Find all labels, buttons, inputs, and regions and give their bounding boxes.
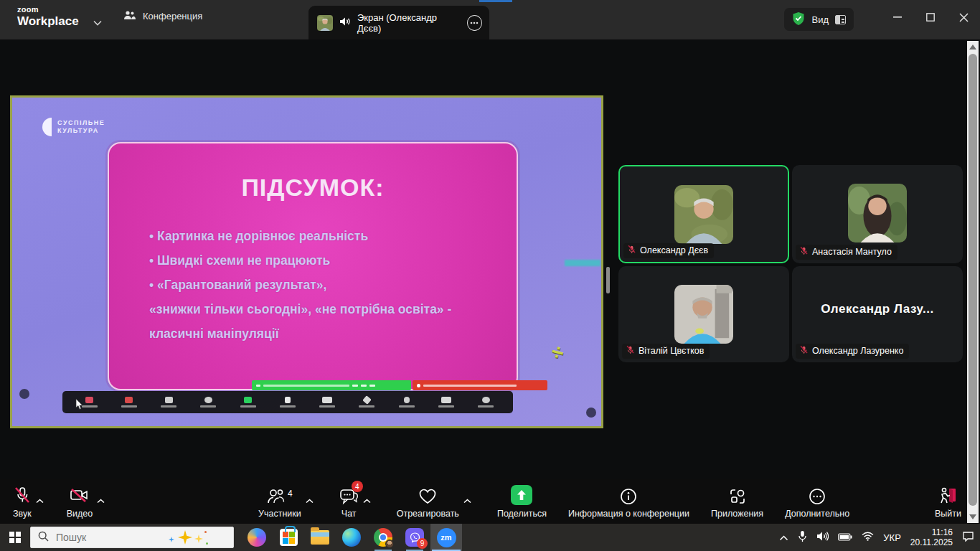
divide-sign-decoration: ÷ bbox=[549, 339, 566, 366]
camera-muted-icon bbox=[70, 486, 90, 505]
audio-options-chevron-icon[interactable] bbox=[32, 491, 48, 509]
view-button-label: Вид bbox=[811, 14, 829, 25]
language-indicator[interactable]: УКР bbox=[883, 532, 901, 543]
store-app-icon[interactable] bbox=[273, 524, 304, 551]
tray-date: 20.11.2025 bbox=[910, 537, 953, 547]
info-button[interactable]: Информация о конференции bbox=[568, 479, 689, 524]
info-icon bbox=[620, 486, 637, 505]
react-options-chevron-icon[interactable] bbox=[459, 491, 476, 509]
participant-display-name: Олександр Лазу... bbox=[792, 302, 963, 316]
tray-volume-icon[interactable] bbox=[816, 531, 829, 545]
stage-scrollbar-thumb[interactable] bbox=[606, 267, 610, 293]
system-tray: УКР 11:16 20.11.2025 bbox=[779, 524, 974, 551]
slide-bullet: • «Гарантований результат», bbox=[149, 273, 451, 297]
scrollbar-thumb[interactable] bbox=[969, 54, 977, 506]
chat-icon: 4 bbox=[339, 486, 359, 505]
participant-tile[interactable]: Віталій Цвєтков bbox=[618, 266, 789, 362]
mini-security-icon bbox=[161, 397, 176, 408]
tray-mic-icon[interactable] bbox=[798, 530, 807, 545]
mic-muted-icon bbox=[626, 345, 635, 357]
chat-unread-badge: 4 bbox=[352, 481, 363, 492]
apps-button[interactable]: Приложения bbox=[711, 479, 763, 524]
shield-check-icon bbox=[792, 11, 805, 28]
presenter-mouse-cursor bbox=[75, 399, 83, 413]
tab-screen-share[interactable]: Экран (Олександр Дєєв) bbox=[308, 6, 489, 39]
copilot-app-icon[interactable] bbox=[241, 524, 273, 551]
participants-label: Участники bbox=[258, 509, 301, 519]
notification-center-icon[interactable] bbox=[962, 531, 974, 545]
scrollbar-up-arrow[interactable] bbox=[969, 44, 976, 50]
teal-artifact bbox=[565, 260, 600, 266]
panel-scrollbar[interactable] bbox=[967, 41, 979, 523]
viber-unread-badge: 9 bbox=[417, 538, 428, 549]
edge-app-icon[interactable] bbox=[336, 524, 367, 551]
share-button[interactable]: Поделиться bbox=[497, 479, 547, 524]
participant-tile[interactable]: Анастасія Мантуло bbox=[792, 165, 963, 263]
maximize-button[interactable] bbox=[914, 0, 947, 34]
participant-name-tag: Олександр Лазуренко bbox=[796, 344, 909, 359]
tab-options-ellipsis-icon[interactable] bbox=[467, 15, 482, 31]
participant-name: Анастасія Мантуло bbox=[812, 247, 892, 257]
avatar bbox=[848, 184, 907, 242]
leave-label: Выйти bbox=[935, 509, 961, 519]
audio-button[interactable]: Звук bbox=[13, 479, 32, 524]
chrome-app-icon[interactable] bbox=[367, 524, 399, 551]
people-icon bbox=[123, 10, 136, 22]
presenter-sharing-banner bbox=[252, 380, 411, 390]
avatar bbox=[317, 15, 333, 31]
more-button[interactable]: Дополнительно bbox=[785, 479, 849, 524]
react-button[interactable]: Отреагировать bbox=[397, 479, 459, 524]
tray-wifi-icon[interactable] bbox=[862, 531, 874, 544]
mini-remote-icon bbox=[399, 397, 415, 408]
video-button[interactable]: Видео bbox=[67, 479, 93, 524]
tray-time: 11:16 bbox=[910, 527, 953, 537]
brand-line1: СУСПІЛЬНЕ bbox=[57, 119, 105, 127]
participant-name: Віталій Цвєтков bbox=[639, 346, 704, 356]
mic-muted-icon bbox=[799, 345, 809, 357]
chat-options-chevron-icon[interactable] bbox=[359, 491, 375, 509]
mic-muted-icon bbox=[14, 486, 31, 505]
video-options-chevron-icon[interactable] bbox=[93, 491, 109, 509]
video-artifact bbox=[19, 389, 29, 399]
zoom-workplace-logo: zoom Workplace bbox=[17, 6, 79, 27]
search-icon bbox=[38, 531, 49, 545]
view-button[interactable]: Вид bbox=[784, 8, 854, 31]
view-layout-icon bbox=[835, 15, 846, 24]
participants-options-chevron-icon[interactable] bbox=[301, 491, 318, 509]
slide-bullet: • Картинка не дорівнює реальність bbox=[149, 224, 451, 248]
chat-button[interactable]: 4 Чат bbox=[339, 479, 359, 524]
tray-clock[interactable]: 11:16 20.11.2025 bbox=[910, 527, 953, 547]
share-screen-icon bbox=[511, 485, 532, 505]
mini-stop-icon bbox=[478, 397, 494, 408]
speaker-icon bbox=[339, 17, 351, 29]
search-input[interactable] bbox=[56, 532, 156, 543]
scrollbar-down-arrow[interactable] bbox=[969, 514, 976, 519]
zoom-app-icon[interactable]: zm bbox=[430, 524, 462, 551]
participants-button[interactable]: 4 Участники bbox=[258, 479, 301, 524]
taskbar-search[interactable] bbox=[30, 527, 234, 548]
info-label: Информация о конференции bbox=[568, 509, 689, 519]
leave-button[interactable]: Выйти bbox=[935, 479, 961, 524]
tab-meeting[interactable]: Конференция bbox=[123, 10, 202, 22]
close-button[interactable] bbox=[947, 0, 980, 34]
video-artifact bbox=[586, 408, 596, 418]
tray-chevron-up-icon[interactable] bbox=[779, 531, 788, 544]
tab-meeting-label: Конференция bbox=[143, 11, 202, 22]
minimize-button[interactable] bbox=[881, 0, 914, 34]
mic-muted-icon bbox=[799, 246, 809, 258]
background-window-strip bbox=[479, 0, 512, 2]
chevron-down-icon[interactable] bbox=[93, 16, 102, 29]
video-label: Видео bbox=[67, 509, 93, 519]
participant-tile[interactable]: Олександр Лазу... Олександр Лазуренко bbox=[792, 266, 963, 362]
mini-share-icon bbox=[240, 397, 256, 408]
participant-name-tag: Віталій Цвєтков bbox=[622, 344, 710, 359]
react-label: Отреагировать bbox=[397, 509, 459, 519]
tray-battery-icon[interactable] bbox=[838, 531, 852, 544]
apps-icon bbox=[729, 486, 746, 505]
mini-mic-muted-icon bbox=[82, 397, 98, 408]
participant-tile-active-speaker[interactable]: Олександр Дєєв bbox=[618, 165, 789, 263]
viber-app-icon[interactable]: 9 bbox=[399, 524, 430, 551]
start-button[interactable] bbox=[0, 524, 30, 551]
file-explorer-app-icon[interactable] bbox=[304, 524, 336, 551]
heart-icon bbox=[418, 486, 438, 505]
